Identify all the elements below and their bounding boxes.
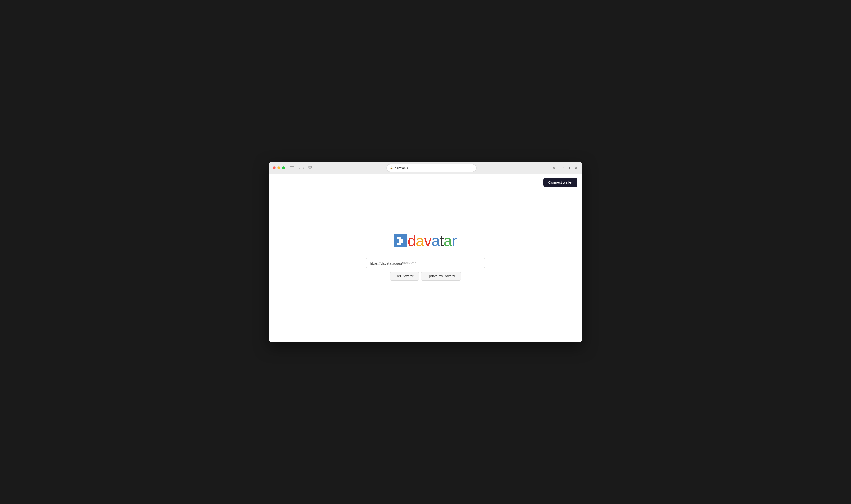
traffic-lights xyxy=(273,166,285,169)
page-content: Connect wallet xyxy=(269,174,582,342)
logo-letter-t: t xyxy=(440,232,444,249)
maximize-button[interactable] xyxy=(282,166,285,169)
sidebar-toggle-button[interactable] xyxy=(290,166,294,170)
logo-icon xyxy=(394,234,407,247)
forward-button[interactable]: › xyxy=(302,165,305,170)
logo-letter-a3: a xyxy=(444,232,452,249)
tab-overview-button[interactable]: ⧉ xyxy=(574,165,578,170)
svg-rect-5 xyxy=(399,239,403,243)
share-button[interactable]: ↑ xyxy=(561,165,566,170)
svg-rect-4 xyxy=(394,239,399,243)
svg-point-0 xyxy=(309,167,311,168)
new-tab-button[interactable]: + xyxy=(568,165,572,170)
get-davatar-button[interactable]: Get Davatar xyxy=(390,272,419,281)
svg-rect-9 xyxy=(403,243,407,247)
svg-rect-10 xyxy=(397,237,401,239)
main-content: davatar https://davatar.io/api/ Get Dava… xyxy=(269,191,582,342)
logo-letter-d: d xyxy=(408,232,416,249)
page-header: Connect wallet xyxy=(269,174,582,191)
logo-letter-a2: a xyxy=(431,232,440,249)
logo-letter-v: v xyxy=(424,232,431,249)
reload-button[interactable]: ↻ xyxy=(551,166,557,170)
logo-letter-r: r xyxy=(452,232,457,249)
privacy-icon xyxy=(308,165,312,170)
nav-buttons: ‹ › xyxy=(298,165,305,170)
logo-text: davatar xyxy=(408,233,457,249)
svg-rect-6 xyxy=(403,239,407,243)
close-button[interactable] xyxy=(273,166,276,169)
address-bar-container: 🔒 davatar.io xyxy=(315,164,548,172)
connect-wallet-button[interactable]: Connect wallet xyxy=(543,178,578,187)
url-text: davatar.io xyxy=(395,166,408,170)
search-input[interactable] xyxy=(366,258,485,268)
search-input-wrapper: https://davatar.io/api/ xyxy=(366,258,485,268)
lock-icon: 🔒 xyxy=(390,166,393,169)
minimize-button[interactable] xyxy=(277,166,280,169)
svg-rect-3 xyxy=(403,234,407,239)
logo-letter-a1: a xyxy=(416,232,424,249)
titlebar-actions: ↑ + ⧉ xyxy=(561,165,578,170)
update-davatar-button[interactable]: Update my Davatar xyxy=(421,272,461,281)
action-buttons: Get Davatar Update my Davatar xyxy=(390,272,461,281)
address-bar[interactable]: 🔒 davatar.io xyxy=(386,164,476,172)
titlebar: ‹ › 🔒 davatar.io ↻ ↑ + ⧉ xyxy=(269,162,582,174)
browser-window: ‹ › 🔒 davatar.io ↻ ↑ + ⧉ Conne xyxy=(269,162,582,342)
back-button[interactable]: ‹ xyxy=(298,165,301,170)
svg-rect-11 xyxy=(397,243,401,245)
logo-container: davatar xyxy=(394,233,457,249)
search-container: https://davatar.io/api/ Get Davatar Upda… xyxy=(269,258,582,281)
